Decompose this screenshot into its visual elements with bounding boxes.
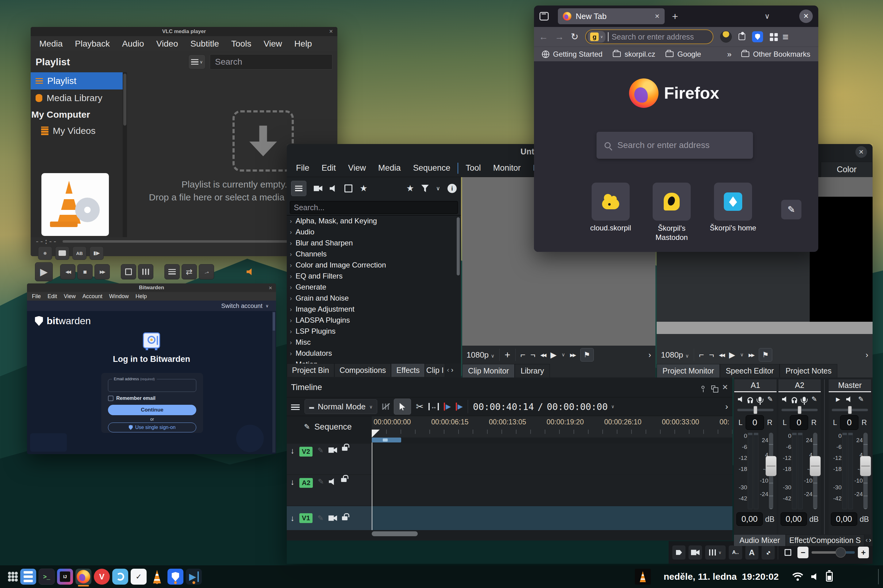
- search-engine-chip[interactable]: g ∨: [588, 31, 605, 43]
- float-dock-icon[interactable]: [711, 386, 715, 390]
- effects-search-input[interactable]: [290, 201, 458, 214]
- vlc-sidebar-item-my-videos[interactable]: My Videos: [31, 123, 123, 139]
- reload-icon[interactable]: ↻: [571, 32, 578, 41]
- expander-icon[interactable]: ›: [290, 262, 292, 269]
- volume-fader[interactable]: [813, 433, 817, 509]
- razor-tool-icon[interactable]: ✂: [416, 402, 424, 411]
- track-name-badge[interactable]: V2: [299, 447, 313, 456]
- vlc-menu-help[interactable]: Help: [288, 39, 318, 49]
- selection-tool-button[interactable]: [394, 399, 411, 415]
- shortcut-skorpi-home[interactable]: [714, 183, 752, 220]
- kdenlive-menu-monitor[interactable]: Monitor: [487, 164, 527, 173]
- track-header-v1[interactable]: ↓ V1 ✎: [287, 506, 372, 530]
- remember-email-checkbox[interactable]: [108, 396, 113, 401]
- bookmark-skorpil[interactable]: skorpil.cz: [624, 50, 655, 58]
- next-button[interactable]: ▶▶: [95, 264, 110, 279]
- effect-category[interactable]: ›Modulators: [287, 348, 461, 359]
- tab-compositions[interactable]: Compositions: [334, 363, 391, 377]
- zone-out-icon[interactable]: ¬: [530, 351, 535, 359]
- bookmarks-overflow-icon[interactable]: »: [727, 50, 731, 58]
- tab-project-notes[interactable]: Project Notes: [780, 364, 837, 378]
- zoombar-handle[interactable]: [383, 438, 388, 441]
- volume-fader[interactable]: [769, 433, 773, 509]
- lock-icon[interactable]: [342, 516, 347, 520]
- vlc-menu-tools[interactable]: Tools: [225, 39, 257, 49]
- tab-effect-composition-stack[interactable]: Effect/Composition S: [786, 534, 864, 546]
- timeline-menu-icon[interactable]: [291, 403, 299, 410]
- timecode-display[interactable]: 00:00:40:14 / 00:00:00:00 ∨: [473, 401, 614, 412]
- zone-in-icon[interactable]: ⌐: [520, 351, 525, 359]
- play-icon[interactable]: ▶: [551, 351, 557, 359]
- expander-icon[interactable]: ›: [290, 328, 292, 335]
- taskbar-firefox-icon[interactable]: [75, 569, 92, 585]
- mute-icon[interactable]: [782, 396, 788, 402]
- effect-category[interactable]: ›Generate: [287, 282, 461, 292]
- effect-category[interactable]: ›Motion: [287, 359, 461, 363]
- expander-icon[interactable]: ›: [290, 295, 292, 302]
- tab-effects[interactable]: Effects: [391, 363, 425, 377]
- taskbar-vivaldi-icon[interactable]: V: [94, 569, 110, 585]
- kdenlive-menu-view[interactable]: View: [342, 164, 372, 173]
- tab-project-bin[interactable]: Project Bin: [287, 363, 334, 377]
- previous-button[interactable]: ◀◀: [60, 264, 75, 279]
- monitor-overflow-icon[interactable]: ›: [865, 351, 868, 359]
- timeline-zoom-slider[interactable]: [812, 551, 855, 554]
- pan-handle[interactable]: [754, 406, 757, 414]
- volume-tray-icon[interactable]: [811, 573, 818, 580]
- expander-icon[interactable]: ›: [290, 218, 292, 225]
- kdenlive-menu-tool[interactable]: Tool: [459, 164, 487, 173]
- track-body-v2[interactable]: [372, 444, 733, 474]
- play-button[interactable]: ▶: [35, 262, 53, 281]
- audio-track-icon[interactable]: [329, 478, 336, 485]
- tab-project-monitor[interactable]: Project Monitor: [657, 364, 720, 378]
- vlc-sidebar-item-playlist[interactable]: Playlist: [31, 72, 123, 90]
- resolution-select[interactable]: 1080p ∨: [466, 350, 494, 360]
- monitor-icon[interactable]: ▶: [836, 396, 840, 402]
- bw-menu-view[interactable]: View: [61, 293, 79, 300]
- balance-spinbox[interactable]: 0: [840, 415, 859, 430]
- kdenlive-menu-sequence[interactable]: Sequence: [407, 164, 457, 173]
- expander-icon[interactable]: ›: [290, 250, 292, 258]
- track-target-icon[interactable]: ↓: [290, 478, 295, 486]
- insert-zone-icon[interactable]: ▶: [444, 403, 451, 411]
- volume-spinbox[interactable]: 0,00: [831, 512, 857, 526]
- menu-icon[interactable]: ≡: [782, 32, 788, 42]
- forward-icon[interactable]: →: [555, 32, 564, 41]
- marker-flag-button[interactable]: ⚑: [759, 348, 772, 362]
- expander-icon[interactable]: ›: [290, 284, 292, 291]
- urlbar[interactable]: g ∨: [585, 29, 713, 44]
- video-track-icon[interactable]: [328, 447, 337, 453]
- extensions-puzzle-icon[interactable]: [739, 33, 745, 40]
- audio-effects-icon[interactable]: [330, 185, 337, 192]
- taskbar-vlc-icon[interactable]: [149, 569, 165, 585]
- shuffle-button[interactable]: →: [199, 264, 214, 279]
- track-body-a2[interactable]: [372, 475, 733, 506]
- urlbar-input[interactable]: [611, 32, 711, 42]
- tab-scroll-left-icon[interactable]: ‹: [447, 367, 449, 374]
- content-search-input[interactable]: [617, 140, 745, 150]
- kdenlive-menu-edit[interactable]: Edit: [316, 164, 342, 173]
- pan-slider[interactable]: [832, 409, 868, 411]
- timeline-hscrollbar[interactable]: [372, 531, 418, 536]
- zone-in-icon[interactable]: ⌐: [699, 351, 704, 359]
- kdenlive-menu-media[interactable]: Media: [372, 164, 407, 173]
- expander-icon[interactable]: ›: [290, 240, 292, 247]
- toggle-playlist-button[interactable]: [164, 264, 180, 279]
- tray-vlc-icon[interactable]: [635, 569, 651, 585]
- expander-icon[interactable]: ›: [290, 317, 292, 324]
- spacer-tool-icon[interactable]: ↔: [429, 403, 439, 410]
- tab-scroll-right-icon[interactable]: ›: [869, 537, 871, 544]
- frame-by-frame-button[interactable]: ▮▶: [90, 246, 104, 260]
- favorite-effects-icon[interactable]: ★: [360, 184, 367, 193]
- effect-category[interactable]: ›Misc: [287, 337, 461, 348]
- loop-button[interactable]: ⇄: [182, 264, 197, 279]
- effect-category[interactable]: ›EQ and Filters: [287, 270, 461, 282]
- close-dock-icon[interactable]: ✕: [722, 384, 728, 391]
- tab-scroll-left-icon[interactable]: ‹: [865, 537, 868, 544]
- track-body-v1[interactable]: [372, 506, 733, 530]
- balance-spinbox[interactable]: 0: [746, 415, 764, 430]
- timeline-zoombar[interactable]: [372, 438, 401, 442]
- show-desktop-separator[interactable]: [878, 569, 879, 584]
- fast-forward-icon[interactable]: ▶▶: [749, 352, 754, 357]
- effects-icon[interactable]: ✎: [767, 396, 773, 403]
